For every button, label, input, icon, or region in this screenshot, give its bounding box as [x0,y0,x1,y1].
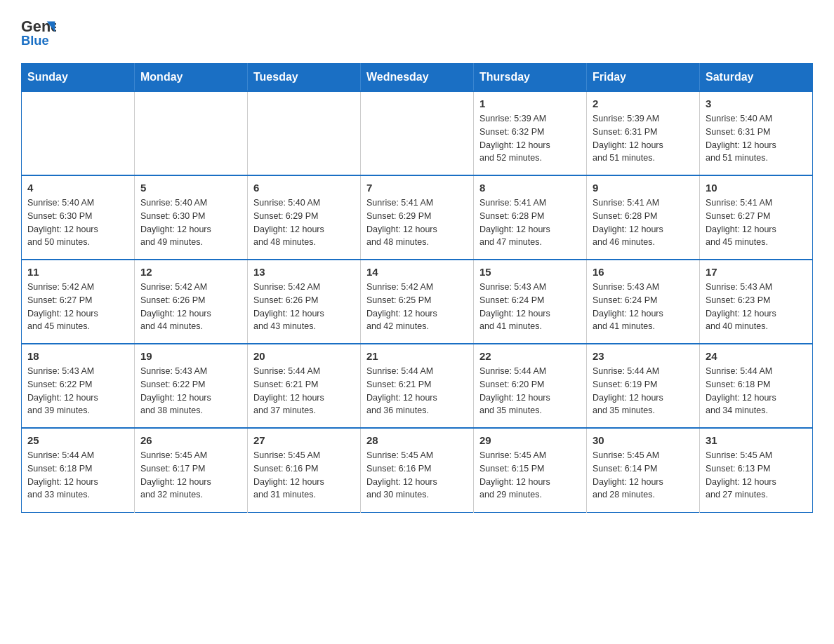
day-number: 7 [366,182,468,194]
calendar-day-9: 9Sunrise: 5:41 AM Sunset: 6:28 PM Daylig… [587,175,700,260]
day-number: 26 [140,434,241,446]
logo-icon: General Blue [21,14,56,49]
day-number: 3 [706,98,807,109]
day-info: Sunrise: 5:42 AM Sunset: 6:27 PM Dayligh… [27,281,128,333]
calendar-day-5: 5Sunrise: 5:40 AM Sunset: 6:30 PM Daylig… [135,175,248,260]
weekday-header-tuesday: Tuesday [248,64,361,92]
day-number: 14 [366,266,468,278]
calendar-week-row: 1Sunrise: 5:39 AM Sunset: 6:32 PM Daylig… [22,91,813,175]
calendar-day-27: 27Sunrise: 5:45 AM Sunset: 6:16 PM Dayli… [248,428,361,512]
calendar-day-31: 31Sunrise: 5:45 AM Sunset: 6:13 PM Dayli… [700,428,813,512]
day-number: 24 [706,350,807,362]
day-info: Sunrise: 5:41 AM Sunset: 6:29 PM Dayligh… [366,196,468,249]
calendar-day-20: 20Sunrise: 5:44 AM Sunset: 6:21 PM Dayli… [248,344,361,428]
svg-text:Blue: Blue [21,33,49,48]
day-number: 12 [140,266,241,278]
empty-day-cell [22,91,135,175]
weekday-header-wednesday: Wednesday [361,64,474,92]
calendar-day-28: 28Sunrise: 5:45 AM Sunset: 6:16 PM Dayli… [361,428,474,512]
day-info: Sunrise: 5:40 AM Sunset: 6:31 PM Dayligh… [706,112,807,165]
calendar-day-1: 1Sunrise: 5:39 AM Sunset: 6:32 PM Daylig… [474,91,587,175]
day-info: Sunrise: 5:40 AM Sunset: 6:30 PM Dayligh… [27,196,128,249]
calendar-day-7: 7Sunrise: 5:41 AM Sunset: 6:29 PM Daylig… [361,175,474,260]
weekday-header-row: SundayMondayTuesdayWednesdayThursdayFrid… [22,64,813,92]
page-header: General Blue [21,14,813,49]
calendar-week-row: 4Sunrise: 5:40 AM Sunset: 6:30 PM Daylig… [22,175,813,260]
calendar-day-21: 21Sunrise: 5:44 AM Sunset: 6:21 PM Dayli… [361,344,474,428]
day-info: Sunrise: 5:41 AM Sunset: 6:28 PM Dayligh… [593,196,694,249]
calendar-day-18: 18Sunrise: 5:43 AM Sunset: 6:22 PM Dayli… [22,344,135,428]
calendar-day-29: 29Sunrise: 5:45 AM Sunset: 6:15 PM Dayli… [474,428,587,512]
weekday-header-monday: Monday [135,64,248,92]
day-info: Sunrise: 5:45 AM Sunset: 6:17 PM Dayligh… [140,449,241,502]
day-number: 6 [253,182,355,194]
calendar-day-10: 10Sunrise: 5:41 AM Sunset: 6:27 PM Dayli… [700,175,813,260]
day-info: Sunrise: 5:45 AM Sunset: 6:16 PM Dayligh… [253,449,355,502]
calendar-day-2: 2Sunrise: 5:39 AM Sunset: 6:31 PM Daylig… [587,91,700,175]
empty-day-cell [135,91,248,175]
calendar-day-3: 3Sunrise: 5:40 AM Sunset: 6:31 PM Daylig… [700,91,813,175]
day-info: Sunrise: 5:39 AM Sunset: 6:32 PM Dayligh… [479,112,581,165]
calendar-week-row: 18Sunrise: 5:43 AM Sunset: 6:22 PM Dayli… [22,344,813,428]
day-number: 11 [27,266,128,278]
day-info: Sunrise: 5:43 AM Sunset: 6:24 PM Dayligh… [479,281,581,333]
calendar-day-30: 30Sunrise: 5:45 AM Sunset: 6:14 PM Dayli… [587,428,700,512]
calendar-day-26: 26Sunrise: 5:45 AM Sunset: 6:17 PM Dayli… [135,428,248,512]
day-info: Sunrise: 5:44 AM Sunset: 6:21 PM Dayligh… [366,365,468,417]
day-number: 20 [253,350,355,362]
weekday-header-sunday: Sunday [22,64,135,92]
day-number: 22 [479,350,581,362]
calendar-day-11: 11Sunrise: 5:42 AM Sunset: 6:27 PM Dayli… [22,260,135,344]
day-info: Sunrise: 5:45 AM Sunset: 6:16 PM Dayligh… [366,449,468,502]
day-info: Sunrise: 5:44 AM Sunset: 6:20 PM Dayligh… [479,365,581,417]
day-number: 27 [253,434,355,446]
day-number: 13 [253,266,355,278]
day-info: Sunrise: 5:43 AM Sunset: 6:23 PM Dayligh… [706,281,807,333]
calendar-day-17: 17Sunrise: 5:43 AM Sunset: 6:23 PM Dayli… [700,260,813,344]
calendar-day-14: 14Sunrise: 5:42 AM Sunset: 6:25 PM Dayli… [361,260,474,344]
day-info: Sunrise: 5:41 AM Sunset: 6:28 PM Dayligh… [479,196,581,249]
day-info: Sunrise: 5:44 AM Sunset: 6:18 PM Dayligh… [706,365,807,417]
day-number: 17 [706,266,807,278]
day-info: Sunrise: 5:45 AM Sunset: 6:14 PM Dayligh… [593,449,694,502]
day-number: 8 [479,182,581,194]
calendar-day-6: 6Sunrise: 5:40 AM Sunset: 6:29 PM Daylig… [248,175,361,260]
day-number: 1 [479,98,581,109]
day-number: 15 [479,266,581,278]
calendar-week-row: 11Sunrise: 5:42 AM Sunset: 6:27 PM Dayli… [22,260,813,344]
calendar-week-row: 25Sunrise: 5:44 AM Sunset: 6:18 PM Dayli… [22,428,813,512]
day-info: Sunrise: 5:44 AM Sunset: 6:18 PM Dayligh… [27,449,128,502]
weekday-header-friday: Friday [587,64,700,92]
day-number: 16 [593,266,694,278]
day-info: Sunrise: 5:42 AM Sunset: 6:25 PM Dayligh… [366,281,468,333]
day-info: Sunrise: 5:42 AM Sunset: 6:26 PM Dayligh… [140,281,241,333]
day-number: 19 [140,350,241,362]
day-number: 30 [593,434,694,446]
day-number: 9 [593,182,694,194]
day-number: 10 [706,182,807,194]
day-info: Sunrise: 5:43 AM Sunset: 6:22 PM Dayligh… [140,365,241,417]
calendar-day-25: 25Sunrise: 5:44 AM Sunset: 6:18 PM Dayli… [22,428,135,512]
calendar-table: SundayMondayTuesdayWednesdayThursdayFrid… [21,63,813,513]
day-info: Sunrise: 5:39 AM Sunset: 6:31 PM Dayligh… [593,112,694,165]
calendar-day-24: 24Sunrise: 5:44 AM Sunset: 6:18 PM Dayli… [700,344,813,428]
day-number: 2 [593,98,694,109]
calendar-day-19: 19Sunrise: 5:43 AM Sunset: 6:22 PM Dayli… [135,344,248,428]
day-number: 28 [366,434,468,446]
day-info: Sunrise: 5:41 AM Sunset: 6:27 PM Dayligh… [706,196,807,249]
day-number: 25 [27,434,128,446]
logo: General Blue [21,14,59,49]
day-number: 21 [366,350,468,362]
calendar-day-8: 8Sunrise: 5:41 AM Sunset: 6:28 PM Daylig… [474,175,587,260]
calendar-day-12: 12Sunrise: 5:42 AM Sunset: 6:26 PM Dayli… [135,260,248,344]
day-number: 18 [27,350,128,362]
day-info: Sunrise: 5:42 AM Sunset: 6:26 PM Dayligh… [253,281,355,333]
day-info: Sunrise: 5:43 AM Sunset: 6:22 PM Dayligh… [27,365,128,417]
day-info: Sunrise: 5:44 AM Sunset: 6:19 PM Dayligh… [593,365,694,417]
day-info: Sunrise: 5:40 AM Sunset: 6:29 PM Dayligh… [253,196,355,249]
day-info: Sunrise: 5:45 AM Sunset: 6:15 PM Dayligh… [479,449,581,502]
calendar-day-23: 23Sunrise: 5:44 AM Sunset: 6:19 PM Dayli… [587,344,700,428]
day-info: Sunrise: 5:44 AM Sunset: 6:21 PM Dayligh… [253,365,355,417]
day-number: 5 [140,182,241,194]
calendar-day-16: 16Sunrise: 5:43 AM Sunset: 6:24 PM Dayli… [587,260,700,344]
